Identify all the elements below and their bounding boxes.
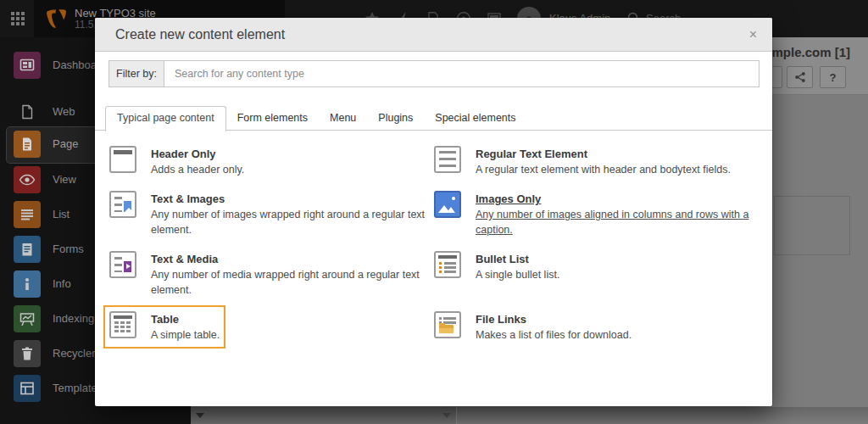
ce-title: Bullet List	[476, 253, 529, 265]
tab-typical-page-content[interactable]: Typical page content	[105, 106, 226, 131]
caret-down-icon	[196, 413, 204, 418]
text-images-icon	[109, 191, 136, 218]
tab-plugins[interactable]: Plugins	[367, 106, 424, 130]
eye-icon	[14, 166, 41, 193]
ce-description: Adds a header only.	[151, 162, 244, 177]
ce-title: Table	[151, 313, 179, 326]
ce-description: A regular text element with header and b…	[476, 162, 731, 177]
text-media-icon	[109, 251, 136, 278]
ce-item-table[interactable]: Table A simple table.	[109, 311, 220, 343]
tab-menu[interactable]: Menu	[319, 106, 367, 130]
header-only-icon	[109, 146, 136, 173]
ce-title: File Links	[476, 313, 526, 326]
ce-item-header-only[interactable]: Header Only Adds a header only.	[109, 146, 244, 177]
ce-title: Images Only	[476, 192, 541, 205]
trash-icon	[14, 340, 41, 367]
ce-description: Any number of images wrapped right aroun…	[151, 207, 427, 237]
modal-title: Create new content element	[115, 27, 285, 42]
ce-item-file-links[interactable]: File Links Makes a list of files for dow…	[434, 311, 632, 343]
info-icon	[14, 271, 41, 298]
close-icon[interactable]: ×	[749, 28, 757, 42]
file-links-icon	[434, 311, 461, 338]
indexing-icon	[14, 305, 41, 332]
bullet-list-icon	[434, 251, 461, 278]
ce-title: Text & Media	[151, 253, 218, 265]
content-type-search-input[interactable]	[164, 60, 760, 87]
tab-special-elements[interactable]: Special elements	[424, 106, 526, 130]
ce-description: Any number of images aligned in columns …	[476, 207, 752, 237]
language-dropdown[interactable]	[191, 407, 457, 424]
ce-item-text-images[interactable]: Text & Images Any number of images wrapp…	[109, 191, 427, 237]
table-icon	[109, 311, 136, 338]
content-footer-area	[457, 407, 868, 424]
new-content-element-modal: Create new content element × Filter by: …	[95, 18, 772, 406]
share-icon	[794, 71, 806, 83]
template-icon	[14, 375, 41, 402]
caret-down-icon	[442, 413, 451, 418]
typo3-logo-icon	[46, 8, 66, 30]
ce-title: Header Only	[151, 148, 216, 160]
apps-grid-icon[interactable]	[11, 12, 26, 27]
ce-description: A simple table.	[151, 327, 220, 343]
list-icon	[14, 201, 41, 228]
content-placeholder-box	[774, 196, 850, 255]
filter-bar: Filter by:	[108, 60, 760, 87]
ce-description: Any number of media wrapped right around…	[151, 267, 427, 298]
help-button[interactable]: ?	[820, 66, 846, 88]
images-only-icon	[434, 191, 461, 218]
content-element-grid: Header Only Adds a header only. Regular …	[109, 146, 759, 356]
file-outline-icon	[14, 98, 41, 126]
regular-text-icon	[434, 146, 461, 173]
share-button[interactable]	[787, 66, 813, 88]
ce-description: A single bullet list.	[476, 267, 559, 282]
ce-item-images-only[interactable]: Images Only Any number of images aligned…	[434, 191, 752, 237]
ce-title: Text & Images	[151, 192, 225, 205]
page-icon	[14, 131, 41, 158]
ce-title: Regular Text Element	[476, 148, 587, 160]
filter-label: Filter by:	[108, 60, 164, 87]
forms-icon	[14, 236, 41, 263]
ce-item-regular-text[interactable]: Regular Text Element A regular text elem…	[434, 146, 731, 177]
ce-item-bullet-list[interactable]: Bullet List A single bullet list.	[434, 251, 559, 298]
tab-bar: Typical page content Form elements Menu …	[95, 106, 772, 131]
typo3-backend: New TYPO3 site 11.5.1 Klaus Admin	[0, 0, 868, 424]
modal-header: Create new content element ×	[95, 18, 772, 52]
dashboard-icon	[14, 52, 41, 79]
tab-form-elements[interactable]: Form elements	[226, 106, 319, 130]
ce-item-text-media[interactable]: Text & Media Any number of media wrapped…	[109, 251, 427, 298]
ce-description: Makes a list of files for download.	[476, 327, 632, 343]
